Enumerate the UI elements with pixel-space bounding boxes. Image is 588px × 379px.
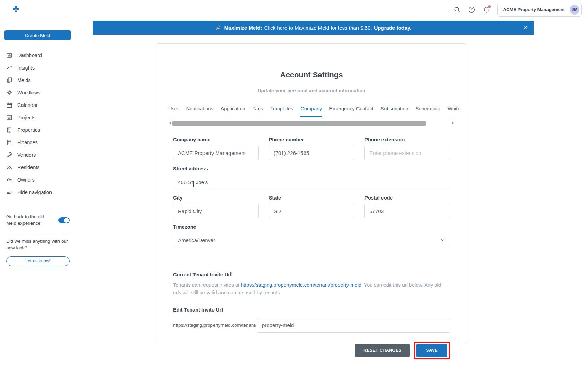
sidebar-item-residents[interactable]: Residents — [0, 161, 75, 174]
invite-url-description: Tenants can request invites at https://s… — [173, 281, 450, 297]
old-experience-label: Go back to the old Meld experience — [6, 214, 55, 227]
state-label: State — [269, 195, 354, 201]
state-input[interactable] — [269, 204, 354, 218]
sidebar-item-label: Properties — [17, 127, 40, 133]
tab-emergency-contact[interactable]: Emergency Contact — [329, 106, 373, 117]
edit-invite-url-heading: Edit Tenant Invite Url — [173, 307, 450, 313]
tab-subscription[interactable]: Subscription — [381, 106, 408, 117]
save-button[interactable]: SAVE — [416, 344, 447, 357]
tenant-invite-url-link[interactable]: https://staging.propertymeld.com/tenant/… — [241, 282, 361, 288]
street-address-input[interactable] — [173, 175, 450, 189]
tab-scheduling[interactable]: Scheduling — [415, 106, 440, 117]
old-experience-toggle[interactable] — [58, 217, 70, 223]
scrollbar-thumb[interactable] — [172, 121, 426, 126]
sidebar-item-finances[interactable]: Finances — [0, 136, 75, 149]
street-address-label: Street address — [173, 166, 450, 172]
sidebar-item-insights[interactable]: Insights — [0, 62, 75, 74]
tab-company[interactable]: Company — [300, 106, 322, 117]
text-cursor — [193, 181, 194, 187]
sidebar-item-label: Workflows — [17, 90, 40, 95]
tab-white-label[interactable]: White — [447, 106, 460, 117]
sidebar-item-label: Melds — [17, 77, 31, 83]
propertymeld-logo[interactable] — [12, 6, 20, 14]
old-experience-row: Go back to the old Meld experience — [6, 214, 70, 227]
hide-navigation-icon — [6, 189, 12, 195]
scroll-left-icon[interactable] — [169, 121, 171, 125]
workflows-icon — [6, 90, 12, 96]
sidebar: Create Meld Dashboard Insights — [0, 19, 75, 379]
postal-code-input[interactable] — [364, 204, 450, 218]
tab-user[interactable]: User — [168, 106, 179, 117]
banner-message: Click here to Maximize Meld for less tha… — [264, 25, 372, 31]
create-meld-button[interactable]: Create Meld — [4, 30, 71, 40]
account-menu[interactable]: ACME Property Management JM — [497, 3, 582, 17]
scroll-right-icon[interactable] — [452, 121, 454, 125]
city-label: City — [173, 195, 259, 201]
owners-icon — [6, 177, 12, 183]
sidebar-item-label: Residents — [17, 165, 39, 170]
tab-application[interactable]: Application — [221, 106, 245, 117]
sidebar-item-workflows[interactable]: Workflows — [0, 86, 75, 99]
projects-icon — [6, 114, 12, 121]
sidebar-item-melds[interactable]: Melds — [0, 74, 75, 86]
phone-extension-input[interactable] — [364, 146, 450, 160]
current-invite-url-heading: Current Tenant Invite Url — [173, 272, 450, 277]
phone-number-input[interactable] — [269, 146, 354, 160]
avatar: JM — [570, 5, 579, 15]
account-settings-card: Account Settings Update your personal an… — [156, 43, 467, 344]
party-popper-icon — [215, 25, 221, 31]
upgrade-banner[interactable]: Maximize Meld: Click here to Maximize Me… — [93, 21, 534, 35]
invite-url-prefix: https://staging.propertymeld.com/tenant/ — [173, 323, 256, 328]
upgrade-link[interactable]: Upgrade today. — [374, 25, 411, 31]
save-button-highlight: SAVE — [414, 342, 450, 359]
tab-templates[interactable]: Templates — [270, 106, 293, 117]
finances-icon — [6, 139, 12, 146]
scrollbar-track[interactable] — [172, 121, 451, 126]
chevron-down-icon — [440, 238, 445, 242]
phone-extension-label: Phone extension — [364, 137, 450, 142]
sidebar-item-calendar[interactable]: Calendar — [0, 99, 75, 111]
page-title: Account Settings — [156, 71, 467, 80]
notifications-bell-icon[interactable] — [483, 6, 490, 13]
toggle-knob — [64, 218, 69, 223]
reset-changes-button[interactable]: RESET CHANGES — [355, 344, 410, 357]
sidebar-item-projects[interactable]: Projects — [0, 111, 75, 124]
insights-icon — [6, 65, 12, 71]
sidebar-item-properties[interactable]: Properties — [0, 124, 75, 136]
banner-close-icon[interactable] — [523, 25, 528, 30]
timezone-select[interactable]: America/Denver — [173, 233, 450, 247]
feedback-block: Did we miss anything with our new look? … — [6, 238, 70, 266]
sidebar-item-vendors[interactable]: Vendors — [0, 149, 75, 161]
sidebar-item-label: Calendar — [17, 102, 38, 108]
company-name-input[interactable] — [173, 146, 259, 160]
sidebar-item-label: Projects — [17, 115, 35, 120]
timezone-label: Timezone — [173, 224, 450, 230]
residents-icon — [6, 164, 12, 170]
tabs-scrollbar[interactable] — [169, 121, 454, 126]
invite-url-input[interactable] — [257, 318, 450, 333]
let-us-know-button[interactable]: Let us know! — [6, 256, 70, 266]
vendors-icon — [6, 152, 12, 158]
sidebar-item-label: Hide navigation — [17, 190, 52, 195]
sidebar-item-hide-navigation[interactable]: Hide navigation — [0, 186, 75, 198]
help-icon[interactable] — [468, 6, 475, 13]
tab-notifications[interactable]: Notifications — [186, 106, 214, 117]
banner-bold-text: Maximize Meld: — [224, 25, 262, 31]
sidebar-item-owners[interactable]: Owners — [0, 174, 75, 186]
melds-icon — [6, 77, 12, 83]
topbar: ACME Property Management JM — [0, 0, 588, 19]
city-input[interactable] — [173, 204, 259, 218]
sidebar-nav: Dashboard Insights Melds — [0, 49, 75, 198]
dashboard-icon — [6, 52, 12, 58]
org-name: ACME Property Management — [503, 7, 565, 12]
phone-number-label: Phone number — [269, 137, 354, 142]
section-divider — [168, 259, 455, 259]
search-icon[interactable] — [454, 6, 461, 13]
sidebar-item-dashboard[interactable]: Dashboard — [0, 49, 75, 62]
settings-tabs: User Notifications Application Tags Temp… — [168, 106, 455, 117]
sidebar-item-label: Dashboard — [17, 53, 42, 58]
sidebar-divider — [6, 233, 70, 233]
page-subtitle: Update your personal and account informa… — [156, 88, 467, 93]
postal-code-label: Postal code — [364, 195, 450, 201]
tab-tags[interactable]: Tags — [253, 106, 263, 117]
